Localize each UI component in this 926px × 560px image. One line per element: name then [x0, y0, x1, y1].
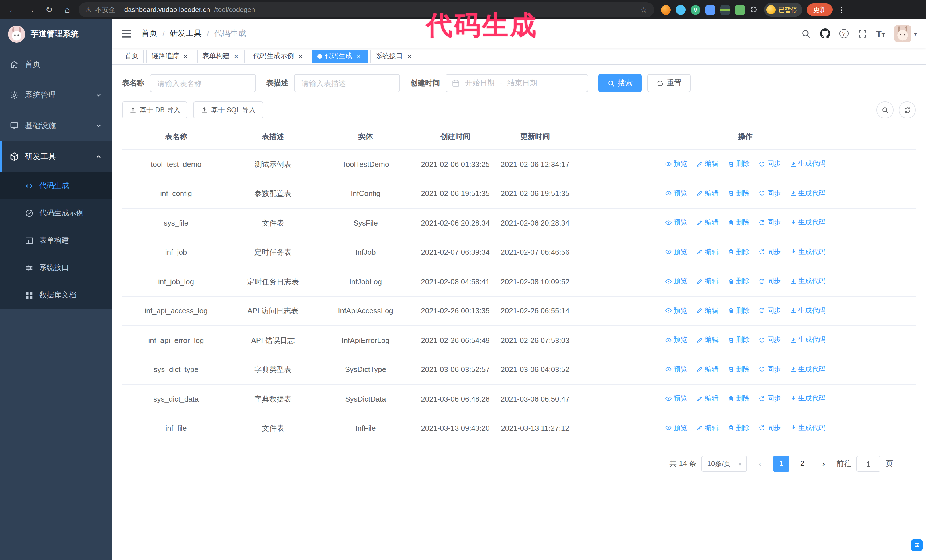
sidebar-item-codegen-example[interactable]: 代码生成示例 [0, 199, 112, 227]
import-db-button[interactable]: 基于 DB 导入 [122, 101, 188, 118]
edit-link[interactable]: 编辑 [696, 158, 719, 170]
reset-button[interactable]: 重置 [648, 74, 691, 92]
page-button-1[interactable]: 1 [773, 456, 789, 472]
delete-link[interactable]: 删除 [728, 363, 750, 375]
preview-link[interactable]: 预览 [665, 422, 687, 434]
extension-icon-drop[interactable] [676, 5, 685, 15]
sync-link[interactable]: 同步 [758, 158, 781, 170]
extensions-puzzle-icon[interactable] [750, 5, 760, 15]
sync-link[interactable]: 同步 [758, 363, 781, 375]
user-avatar[interactable]: ▾ [894, 25, 917, 42]
generate-code-link[interactable]: 生成代码 [790, 216, 826, 228]
edit-link[interactable]: 编辑 [696, 216, 719, 228]
generate-code-link[interactable]: 生成代码 [790, 392, 826, 405]
generate-code-link[interactable]: 生成代码 [790, 305, 826, 317]
delete-link[interactable]: 删除 [728, 422, 750, 434]
github-icon[interactable] [820, 29, 830, 39]
edit-link[interactable]: 编辑 [696, 392, 719, 405]
generate-code-link[interactable]: 生成代码 [790, 158, 826, 170]
sidebar-item-codegen[interactable]: 代码生成 [0, 172, 112, 199]
edit-link[interactable]: 编辑 [696, 246, 719, 258]
tab-tracing[interactable]: 链路追踪 × [147, 49, 194, 63]
tab-close-icon[interactable]: × [233, 53, 240, 60]
goto-page-input[interactable] [856, 456, 881, 472]
create-time-range-picker[interactable]: 开始日期 - 结束日期 [446, 74, 588, 92]
preview-link[interactable]: 预览 [665, 275, 687, 287]
page-size-select[interactable]: 10条/页 ▾ [702, 456, 747, 472]
browser-forward-button[interactable]: → [24, 3, 38, 17]
browser-reload-button[interactable]: ↻ [42, 3, 56, 17]
extension-icon-stripes[interactable] [720, 5, 730, 15]
edit-link[interactable]: 编辑 [696, 305, 719, 317]
generate-code-link[interactable]: 生成代码 [790, 363, 826, 375]
prev-page-button[interactable]: ‹ [752, 456, 768, 472]
sidebar-item-system-api[interactable]: 系统接口 [0, 254, 112, 281]
edit-link[interactable]: 编辑 [696, 275, 719, 287]
extension-icon-fox[interactable] [661, 5, 671, 15]
edit-link[interactable]: 编辑 [696, 187, 719, 199]
generate-code-link[interactable]: 生成代码 [790, 334, 826, 346]
tab-codegen[interactable]: 代码生成 × [312, 49, 368, 63]
browser-profile-chip[interactable]: 已暂停 [764, 3, 802, 17]
delete-link[interactable]: 删除 [728, 334, 750, 346]
preview-link[interactable]: 预览 [665, 187, 687, 199]
table-desc-input[interactable] [294, 74, 400, 92]
extension-icon-green[interactable] [735, 5, 745, 15]
toggle-search-button[interactable] [876, 101, 894, 118]
sync-link[interactable]: 同步 [758, 275, 781, 287]
preview-link[interactable]: 预览 [665, 334, 687, 346]
search-button[interactable]: 搜索 [598, 74, 642, 92]
delete-link[interactable]: 删除 [728, 216, 750, 228]
sync-link[interactable]: 同步 [758, 216, 781, 228]
preview-link[interactable]: 预览 [665, 158, 687, 170]
generate-code-link[interactable]: 生成代码 [790, 275, 826, 287]
tab-close-icon[interactable]: × [182, 53, 189, 60]
preview-link[interactable]: 预览 [665, 305, 687, 317]
table-name-input[interactable] [150, 74, 256, 92]
tab-form-builder[interactable]: 表单构建 × [197, 49, 245, 63]
sidebar-item-infra[interactable]: 基础设施 [0, 110, 112, 141]
breadcrumb-devtools[interactable]: 研发工具 [170, 29, 202, 39]
help-icon[interactable]: ? [839, 29, 848, 38]
next-page-button[interactable]: › [816, 456, 831, 472]
tab-close-icon[interactable]: × [355, 53, 362, 60]
sidebar-item-db-doc[interactable]: 数据库文档 [0, 281, 112, 309]
app-logo[interactable]: 芋道管理系统 [0, 20, 112, 49]
sidebar-item-devtools[interactable]: 研发工具 [0, 141, 112, 172]
preview-link[interactable]: 预览 [665, 392, 687, 405]
delete-link[interactable]: 删除 [728, 246, 750, 258]
delete-link[interactable]: 删除 [728, 305, 750, 317]
import-sql-button[interactable]: 基于 SQL 导入 [194, 101, 263, 118]
sidebar-item-form-builder[interactable]: 表单构建 [0, 227, 112, 254]
sidebar-item-home[interactable]: 首页 [0, 49, 112, 80]
breadcrumb-home[interactable]: 首页 [141, 29, 157, 39]
browser-back-button[interactable]: ← [6, 3, 20, 17]
sync-link[interactable]: 同步 [758, 334, 781, 346]
tab-home[interactable]: 首页 [120, 49, 144, 63]
sync-link[interactable]: 同步 [758, 246, 781, 258]
delete-link[interactable]: 删除 [728, 158, 750, 170]
fullscreen-icon[interactable] [857, 29, 867, 38]
generate-code-link[interactable]: 生成代码 [790, 246, 826, 258]
edit-link[interactable]: 编辑 [696, 422, 719, 434]
delete-link[interactable]: 删除 [728, 187, 750, 199]
delete-link[interactable]: 删除 [728, 392, 750, 405]
refresh-table-button[interactable] [899, 101, 916, 118]
preview-link[interactable]: 预览 [665, 216, 687, 228]
tab-codegen-example[interactable]: 代码生成示例 × [248, 49, 309, 63]
tab-close-icon[interactable]: × [297, 53, 304, 60]
sync-link[interactable]: 同步 [758, 422, 781, 434]
generate-code-link[interactable]: 生成代码 [790, 187, 826, 199]
browser-menu-icon[interactable]: ⋮ [837, 5, 846, 14]
search-icon[interactable] [801, 29, 811, 38]
tab-close-icon[interactable]: × [406, 53, 413, 60]
floating-settings-button[interactable] [911, 539, 923, 551]
sync-link[interactable]: 同步 [758, 187, 781, 199]
generate-code-link[interactable]: 生成代码 [790, 422, 826, 434]
preview-link[interactable]: 预览 [665, 246, 687, 258]
sidebar-toggle-icon[interactable] [121, 28, 132, 39]
sync-link[interactable]: 同步 [758, 392, 781, 405]
bookmark-star-icon[interactable]: ☆ [640, 5, 648, 14]
address-bar[interactable]: ⚠ 不安全 dashboard.yudao.iocoder.cn/tool/co… [79, 2, 654, 17]
extension-icon-vue-devtools[interactable]: V [691, 5, 701, 15]
